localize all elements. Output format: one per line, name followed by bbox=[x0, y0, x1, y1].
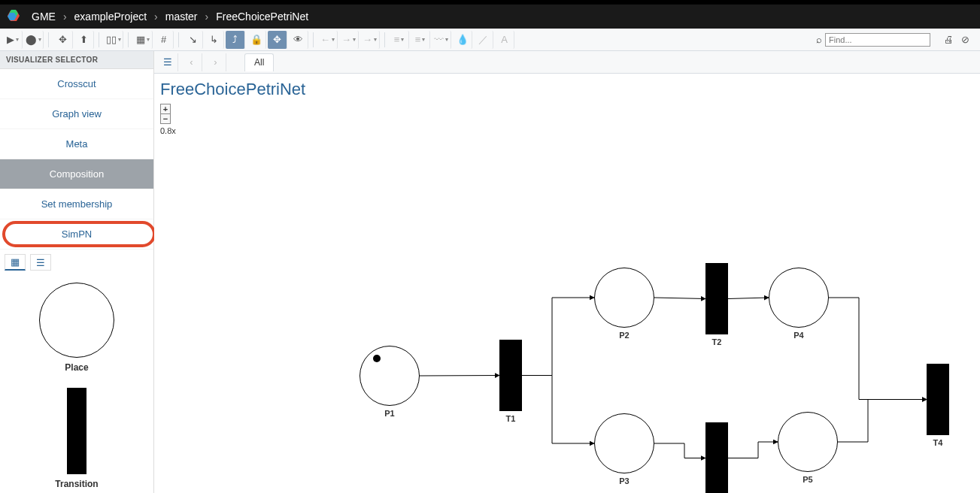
arrow-right2-button[interactable]: → bbox=[360, 31, 380, 49]
visualizer-composition[interactable]: Composition bbox=[0, 159, 153, 189]
arc-T1-P2[interactable] bbox=[522, 298, 594, 376]
grid-button[interactable]: ▦ bbox=[133, 31, 153, 49]
upload-button[interactable]: ⬆ bbox=[74, 31, 94, 49]
canvas-tabrow: ☰ ‹ › All bbox=[154, 51, 980, 74]
transition-icon bbox=[67, 388, 86, 474]
arrow-left-button[interactable]: ← bbox=[318, 31, 338, 49]
arrow-orth-button[interactable]: ↳ bbox=[205, 31, 224, 49]
parts-list-view-button[interactable]: ☰ bbox=[30, 254, 51, 271]
tab-all[interactable]: All bbox=[244, 53, 274, 71]
breadcrumb-app[interactable]: GME bbox=[27, 11, 60, 23]
arc-T1-P3[interactable] bbox=[522, 376, 594, 444]
visualizer-crosscut[interactable]: Crosscut bbox=[0, 69, 153, 99]
chevron-right-icon: › bbox=[60, 11, 70, 23]
visualizer-selector-header: VISUALIZER SELECTOR bbox=[0, 51, 153, 69]
part-transition[interactable]: Transition bbox=[55, 388, 98, 489]
lines-button[interactable]: ≡ bbox=[411, 31, 430, 49]
search-icon: ⌕ bbox=[816, 34, 822, 45]
visualizer-set-membership[interactable]: Set membership bbox=[0, 189, 153, 219]
transition-label: Transition bbox=[55, 479, 98, 489]
route-mode-button[interactable]: ⤴ bbox=[226, 31, 245, 49]
split-view-button[interactable]: ▯▯ bbox=[104, 31, 123, 49]
transition-label-t1: T1 bbox=[506, 414, 516, 423]
text-button[interactable]: A bbox=[495, 31, 514, 49]
transition-t4[interactable] bbox=[927, 364, 949, 435]
place-p5[interactable] bbox=[778, 412, 838, 472]
transition-label-t4: T4 bbox=[933, 438, 943, 447]
place-label-p5: P5 bbox=[803, 475, 812, 484]
sidebar: VISUALIZER SELECTOR Crosscut Graph view … bbox=[0, 51, 154, 493]
place-p2[interactable] bbox=[594, 268, 654, 328]
visualizer-simpn-label: SimPN bbox=[62, 228, 92, 240]
parts-grid-view-button[interactable]: ▦ bbox=[5, 254, 26, 271]
canvas[interactable]: FreeChoicePetriNet + − 0.8x P1P2P3P4P5T1… bbox=[154, 74, 980, 493]
petri-net: P1P2P3P4P5T1T2T3T4 bbox=[154, 74, 980, 493]
arc-T3-P5[interactable] bbox=[728, 442, 778, 458]
wave-button[interactable]: 〰 bbox=[432, 31, 451, 49]
visibility-button[interactable]: 👁 bbox=[289, 31, 308, 49]
center-button[interactable]: ✥ bbox=[268, 31, 287, 49]
arc-P4-T4[interactable] bbox=[829, 298, 927, 400]
breadcrumb-project[interactable]: exampleProject bbox=[70, 11, 152, 23]
snap-button[interactable]: # bbox=[154, 31, 174, 49]
part-place[interactable]: Place bbox=[39, 283, 114, 373]
visualizer-meta[interactable]: Meta bbox=[0, 129, 153, 159]
place-icon bbox=[39, 283, 114, 358]
breadcrumb-branch[interactable]: master bbox=[161, 11, 202, 23]
chevron-right-icon: › bbox=[202, 11, 212, 23]
place-label: Place bbox=[65, 362, 88, 373]
transition-t2[interactable] bbox=[705, 263, 728, 334]
cancel-circle-icon[interactable]: ⊘ bbox=[961, 34, 969, 45]
play-button[interactable]: ▶ bbox=[3, 31, 23, 49]
nav-back-button[interactable]: ‹ bbox=[181, 53, 202, 71]
sliders-button[interactable]: ≡ bbox=[390, 31, 409, 49]
arc-T2-P4[interactable] bbox=[728, 298, 769, 299]
lock-button[interactable]: 🔒 bbox=[247, 31, 266, 49]
transition-label-t2: T2 bbox=[712, 337, 722, 346]
transition-t3[interactable] bbox=[705, 422, 728, 493]
print-icon[interactable]: 🖨 bbox=[944, 34, 954, 45]
move-tool-button[interactable]: ✥ bbox=[53, 31, 73, 49]
arc-P2-T2[interactable] bbox=[654, 298, 705, 299]
app-logo-icon bbox=[6, 9, 21, 24]
edit-line-button[interactable]: ／ bbox=[474, 31, 493, 49]
part-browser: Place Transition bbox=[0, 278, 153, 489]
tab-list-button[interactable]: ☰ bbox=[157, 53, 178, 71]
place-p1[interactable] bbox=[360, 346, 420, 406]
visualizer-simpn[interactable]: SimPN bbox=[0, 219, 153, 250]
arc-P1-T1[interactable] bbox=[420, 376, 499, 377]
check-button[interactable]: ⬤ bbox=[24, 31, 44, 49]
breadcrumb: GME › exampleProject › master › FreeChoi… bbox=[0, 5, 980, 29]
visualizer-graph-view[interactable]: Graph view bbox=[0, 99, 153, 129]
main-toolbar: ▶ ⬤ ✥ ⬆ ▯▯ ▦ # ↘ ↳ ⤴ 🔒 ✥ 👁 ← → → ≡ ≡ 〰 💧… bbox=[0, 29, 980, 51]
arcs-layer bbox=[154, 74, 980, 493]
arc-P5-T4[interactable] bbox=[838, 400, 927, 443]
breadcrumb-node[interactable]: FreeChoicePetriNet bbox=[211, 11, 313, 23]
place-label-p1: P1 bbox=[384, 409, 394, 418]
drop-button[interactable]: 💧 bbox=[453, 31, 472, 49]
place-p4[interactable] bbox=[769, 268, 829, 328]
arrow-diag-button[interactable]: ↘ bbox=[184, 31, 203, 49]
place-p3[interactable] bbox=[594, 413, 654, 473]
find-input[interactable] bbox=[825, 33, 930, 47]
place-label-p4: P4 bbox=[793, 331, 803, 340]
arc-P3-T3[interactable] bbox=[654, 443, 705, 458]
transition-t1[interactable] bbox=[499, 340, 522, 411]
nav-forward-button[interactable]: › bbox=[205, 53, 226, 71]
arrow-right-button[interactable]: → bbox=[339, 31, 359, 49]
place-label-p3: P3 bbox=[619, 476, 629, 485]
place-label-p2: P2 bbox=[619, 331, 629, 340]
token bbox=[373, 355, 381, 362]
chevron-right-icon: › bbox=[151, 11, 161, 23]
